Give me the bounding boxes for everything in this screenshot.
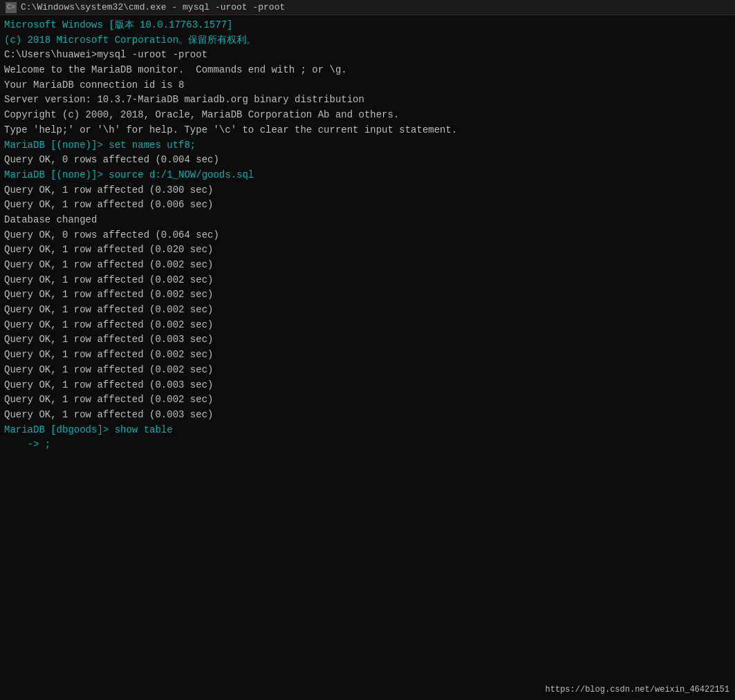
terminal-line: Server version: 10.3.7-MariaDB mariadb.o… — [4, 93, 731, 108]
terminal-line: (c) 2018 Microsoft Corporation。保留所有权利。 — [4, 33, 731, 48]
terminal-line: Query OK, 1 row affected (0.002 sec) — [4, 287, 731, 303]
terminal-line: Query OK, 1 row affected (0.002 sec) — [4, 363, 731, 378]
terminal-line: Your MariaDB connection id is 8 — [4, 78, 731, 93]
terminal-line: Query OK, 1 row affected (0.002 sec) — [4, 348, 731, 363]
terminal-line: MariaDB [dbgoods]> show table — [4, 423, 731, 438]
terminal-line: Query OK, 1 row affected (0.002 sec) — [4, 303, 731, 318]
watermark: https://blog.csdn.net/weixin_46422151 — [546, 685, 729, 694]
terminal-line: Query OK, 1 row affected (0.002 sec) — [4, 258, 731, 273]
terminal-line: Query OK, 1 row affected (0.006 sec) — [4, 198, 731, 213]
title-bar: C> C:\Windows\system32\cmd.exe - mysql -… — [0, 0, 735, 15]
terminal-line: Query OK, 1 row affected (0.002 sec) — [4, 392, 731, 408]
terminal-line: Query OK, 1 row affected (0.020 sec) — [4, 243, 731, 258]
terminal-line: Type 'help;' or '\h' for help. Type '\c'… — [4, 123, 731, 138]
terminal-line: Query OK, 1 row affected (0.003 sec) — [4, 378, 731, 393]
terminal-line: MariaDB [(none)]> source d:/1_NOW/goods.… — [4, 168, 731, 183]
title-bar-text: C:\Windows\system32\cmd.exe - mysql -uro… — [21, 2, 285, 12]
terminal-line: -> ; — [4, 437, 731, 453]
terminal-line: MariaDB [(none)]> set names utf8; — [4, 138, 731, 153]
terminal-line: C:\Users\huawei>mysql -uroot -proot — [4, 48, 731, 63]
terminal-line: Query OK, 1 row affected (0.003 sec) — [4, 332, 731, 348]
cmd-icon: C> — [6, 2, 17, 13]
terminal-line: Database changed — [4, 213, 731, 228]
terminal-line: Welcome to the MariaDB monitor. Commands… — [4, 63, 731, 78]
terminal-line: Query OK, 0 rows affected (0.004 sec) — [4, 153, 731, 168]
terminal-line: Copyright (c) 2000, 2018, Oracle, MariaD… — [4, 108, 731, 123]
terminal-line: Microsoft Windows [版本 10.0.17763.1577] — [4, 18, 731, 33]
terminal-line: Query OK, 1 row affected (0.003 sec) — [4, 408, 731, 423]
terminal-line: Query OK, 0 rows affected (0.064 sec) — [4, 228, 731, 243]
terminal-line: Query OK, 1 row affected (0.300 sec) — [4, 183, 731, 198]
terminal-line: Query OK, 1 row affected (0.002 sec) — [4, 318, 731, 333]
terminal-line: Query OK, 1 row affected (0.002 sec) — [4, 273, 731, 288]
terminal-body: Microsoft Windows [版本 10.0.17763.1577](c… — [0, 15, 735, 700]
